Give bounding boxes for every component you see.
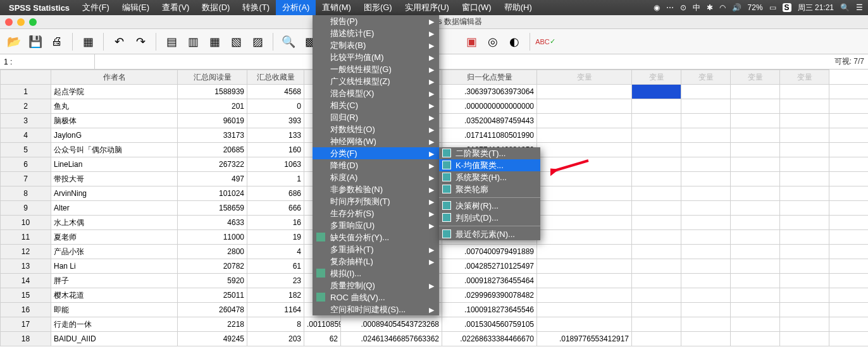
menu-直销(M)[interactable]: 直销(M) (316, 0, 357, 15)
cell[interactable] (632, 99, 681, 114)
menu-item[interactable]: 缺失值分析(Y)... (313, 231, 439, 243)
menu-item[interactable]: 模拟(I)... (313, 267, 439, 279)
cell[interactable]: 带投大哥 (51, 172, 178, 186)
cell[interactable] (681, 259, 731, 274)
cell[interactable] (780, 332, 829, 346)
menu-item[interactable]: 回归(R)▶ (313, 111, 439, 123)
menu-item[interactable]: 广义线性模型(Z)▶ (313, 75, 439, 87)
cell[interactable]: .0000000000000000 (442, 99, 537, 114)
menu-item[interactable]: 定制表(B)▶ (313, 39, 439, 51)
minimize-icon[interactable] (17, 18, 25, 26)
menu-item[interactable]: 对数线性(O)▶ (313, 123, 439, 135)
cell[interactable] (731, 114, 780, 128)
menu-item[interactable]: 复杂抽样(L)▶ (313, 255, 439, 267)
cell[interactable]: .0189776553412917 (537, 332, 632, 346)
menu-查看(V)[interactable]: 查看(V) (156, 0, 195, 15)
cell[interactable] (537, 143, 632, 157)
cell[interactable]: 4568 (247, 85, 304, 99)
row-header[interactable]: 9 (1, 201, 51, 216)
cell[interactable] (780, 201, 829, 216)
cell[interactable]: 0 (247, 99, 304, 114)
cell[interactable] (681, 172, 731, 186)
cell[interactable]: .0042852710125497 (442, 259, 537, 274)
menu-item[interactable]: 一般线性模型(G)▶ (313, 63, 439, 75)
menu-帮助(H)[interactable]: 帮助(H) (498, 0, 538, 15)
close-icon[interactable] (5, 18, 13, 26)
row-header[interactable]: 5 (1, 143, 51, 157)
cell[interactable] (731, 259, 780, 274)
cell[interactable] (632, 157, 681, 172)
row-header[interactable]: 12 (1, 245, 51, 259)
cell[interactable]: JaylonG (51, 128, 178, 143)
cell[interactable] (681, 99, 731, 114)
cell[interactable] (829, 85, 869, 99)
row-header[interactable]: 15 (1, 288, 51, 303)
cell[interactable]: 33173 (178, 128, 247, 143)
row-header[interactable]: 8 (1, 186, 51, 201)
cell[interactable] (829, 332, 869, 346)
cell[interactable] (780, 317, 829, 332)
row-header[interactable]: 18 (1, 332, 51, 346)
app-name[interactable]: SPSS Statistics (9, 3, 70, 13)
cell[interactable] (829, 230, 869, 245)
menu-编辑(E)[interactable]: 编辑(E) (116, 0, 156, 15)
cell[interactable] (829, 201, 869, 216)
cell[interactable] (537, 230, 632, 245)
cell[interactable] (829, 274, 869, 288)
cell[interactable] (731, 288, 780, 303)
submenu-item[interactable]: 最近邻元素(N)... (439, 228, 540, 240)
column-header[interactable]: 变量 (537, 70, 632, 85)
cell[interactable] (731, 157, 780, 172)
cell[interactable] (780, 85, 829, 99)
cell[interactable] (681, 230, 731, 245)
menu-item[interactable]: 非参数检验(N)▶ (313, 183, 439, 195)
cell[interactable]: 2218 (178, 317, 247, 332)
cell[interactable]: 158659 (178, 201, 247, 216)
cell[interactable] (780, 274, 829, 288)
cell[interactable] (829, 303, 869, 317)
cell[interactable] (632, 143, 681, 157)
cell[interactable]: 201 (178, 99, 247, 114)
cell[interactable] (632, 230, 681, 245)
cell[interactable]: LineLian (51, 157, 178, 172)
menu-item[interactable]: 标度(A)▶ (313, 171, 439, 183)
cell[interactable] (632, 85, 681, 99)
cell[interactable]: 4 (247, 245, 304, 259)
submenu-item[interactable]: 二阶聚类(T)... (439, 147, 540, 159)
cell[interactable]: .024613466857663362 (341, 332, 442, 346)
cell[interactable] (537, 201, 632, 216)
cell[interactable]: 23 (247, 274, 304, 288)
submenu-item[interactable]: 聚类轮廓 (439, 183, 540, 195)
cell[interactable] (829, 114, 869, 128)
cell[interactable]: Han Li (51, 259, 178, 274)
cell[interactable] (632, 317, 681, 332)
cell[interactable] (731, 186, 780, 201)
menu-item[interactable]: 降维(D)▶ (313, 159, 439, 171)
cell[interactable]: 160 (247, 143, 304, 157)
cell[interactable]: 686 (247, 186, 304, 201)
cell[interactable] (681, 114, 731, 128)
tool-icon[interactable]: ▤ (163, 33, 180, 51)
cell[interactable]: 即能 (51, 303, 178, 317)
spellcheck-icon[interactable]: ABC✓ (536, 33, 554, 51)
cell[interactable] (537, 303, 632, 317)
cell[interactable] (681, 245, 731, 259)
cell[interactable] (537, 245, 632, 259)
classify-submenu[interactable]: 二阶聚类(T)...K-均值聚类...系统聚类(H)...聚类轮廓决策树(R).… (439, 147, 540, 240)
submenu-item[interactable]: K-均值聚类... (439, 159, 540, 171)
cell[interactable]: 脑极体 (51, 114, 178, 128)
cell[interactable] (537, 274, 632, 288)
cell[interactable] (829, 259, 869, 274)
tool-icon[interactable]: ▦ (79, 33, 97, 51)
cell[interactable]: BAIDU_AIID (51, 332, 178, 346)
cell[interactable]: 1164 (247, 303, 304, 317)
cell[interactable]: .3063973063973064 (442, 85, 537, 99)
cell[interactable]: Alter (51, 201, 178, 216)
cell[interactable] (829, 245, 869, 259)
cell[interactable] (632, 172, 681, 186)
menu-item[interactable]: 质量控制(Q)▶ (313, 279, 439, 291)
cell[interactable]: 182 (247, 288, 304, 303)
cell[interactable] (681, 201, 731, 216)
row-header[interactable]: 10 (1, 216, 51, 230)
cell[interactable] (681, 85, 731, 99)
